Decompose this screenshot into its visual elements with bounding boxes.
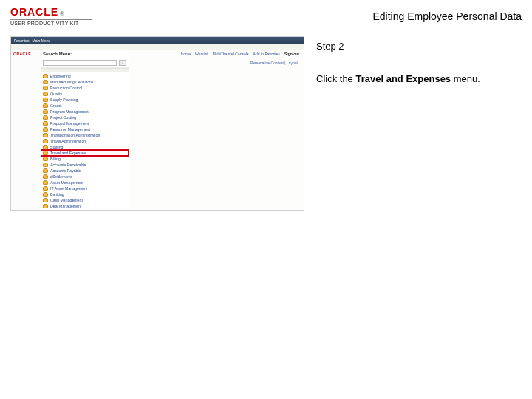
step-text-suffix: menu. [451, 73, 480, 84]
menu-item[interactable]: Production Control· [41, 85, 129, 91]
search-input[interactable] [43, 60, 117, 66]
folder-icon [43, 98, 48, 102]
menu-item[interactable]: Risk Management· [41, 209, 129, 210]
nav-menu: Engineering·Manufacturing Definitions·Pr… [41, 72, 129, 210]
menu-item[interactable]: Asset Management· [41, 180, 129, 185]
folder-icon [43, 122, 48, 126]
step-label: Step 2 [316, 41, 519, 52]
menu-item-label: Program Management [50, 109, 89, 114]
mini-logo: ORACLE [11, 50, 41, 210]
page-title: Editing Employee Personal Data [372, 10, 522, 22]
chevron-right-icon: · [126, 127, 126, 132]
chevron-right-icon: · [126, 92, 126, 96]
menu-item[interactable]: Proposal Management· [41, 120, 129, 126]
menu-item-label: Engineering [50, 74, 71, 78]
menu-item[interactable]: Manufacturing Definitions· [41, 79, 129, 85]
folder-icon [43, 175, 48, 179]
menu-item[interactable]: Quality· [41, 91, 129, 97]
search-row: Search Menu: [41, 50, 129, 58]
menu-item[interactable]: eSettlements· [41, 174, 129, 180]
menu-item[interactable]: Grants· [41, 103, 129, 109]
chevron-right-icon: · [126, 204, 126, 208]
brand-block: ORACLE ® USER PRODUCTIVITY KIT [10, 6, 92, 26]
chevron-right-icon: · [126, 121, 126, 126]
content-row: Favorites Main Menu ORACLE Search Menu: … [0, 29, 532, 211]
menu-item[interactable]: Deal Management· [41, 203, 129, 209]
brand-logo: ORACLE ® [10, 6, 92, 18]
folder-icon [43, 146, 48, 149]
topbar-favorites[interactable]: Favorites [14, 38, 30, 43]
screenshot-body: ORACLE Search Menu: › Engineering·Manufa… [11, 50, 304, 210]
folder-icon [43, 199, 48, 202]
folder-icon [43, 134, 48, 137]
chevron-right-icon: · [126, 168, 126, 173]
brand-subtitle: USER PRODUCTIVITY KIT [10, 19, 92, 26]
link-worklist[interactable]: Worklist [195, 52, 208, 56]
folder-icon [43, 140, 48, 143]
link-mcf[interactable]: MultiChannel Console [213, 52, 249, 56]
menu-item[interactable]: Resource Management· [41, 126, 129, 132]
menu-item[interactable]: Engineering· [41, 73, 129, 79]
menu-item[interactable]: IT Asset Management· [41, 185, 129, 191]
folder-icon [43, 193, 48, 197]
sidebar: Search Menu: › Engineering·Manufacturing… [41, 50, 129, 210]
menu-item-label: eSettlements [50, 174, 72, 179]
link-addfav[interactable]: Add to Favorites [253, 52, 280, 56]
chevron-right-icon: · [126, 198, 126, 202]
personalize-link[interactable]: Personalize Content | Layout [250, 61, 298, 65]
folder-icon [43, 187, 48, 191]
folder-icon [43, 205, 48, 208]
menu-item[interactable]: Transportation Administration· [41, 132, 129, 138]
chevron-right-icon: · [126, 80, 126, 84]
menu-item-label: Staffing [50, 145, 64, 149]
chevron-right-icon: · [126, 109, 126, 114]
menu-item-label: Travel and Expenses [50, 151, 86, 155]
menu-item[interactable]: Program Management· [41, 109, 129, 115]
folder-icon [43, 110, 48, 114]
chevron-right-icon: · [126, 139, 126, 143]
menu-item[interactable]: Cash Management· [41, 197, 129, 203]
topbar-mainmenu[interactable]: Main Menu [33, 38, 51, 43]
menu-item-label: Project Costing [50, 115, 76, 120]
chevron-right-icon: · [126, 98, 126, 102]
menu-item[interactable]: Staffing· [41, 144, 129, 150]
menu-item[interactable]: Banking· [41, 191, 129, 197]
chevron-right-icon: · [126, 133, 126, 137]
search-go-button[interactable]: › [119, 60, 126, 66]
folder-icon [43, 128, 48, 132]
menu-item[interactable]: Travel Administration· [41, 138, 129, 144]
menu-item-label: Grants [50, 103, 62, 108]
chevron-right-icon: · [126, 115, 126, 120]
link-home[interactable]: Home [181, 52, 191, 56]
folder-icon [43, 157, 48, 161]
header: ORACLE ® USER PRODUCTIVITY KIT Editing E… [0, 0, 532, 29]
folder-icon [43, 86, 48, 90]
step-text: Click the Travel and Expenses menu. [316, 72, 519, 86]
link-signout[interactable]: Sign out [284, 52, 299, 56]
menu-item-label: Transportation Administration [50, 133, 100, 137]
chevron-right-icon: · [126, 103, 126, 108]
app-screenshot: Favorites Main Menu ORACLE Search Menu: … [10, 36, 304, 211]
screenshot-topbar: Favorites Main Menu [11, 37, 304, 44]
chevron-right-icon: · [126, 180, 126, 185]
menu-item[interactable]: Accounts Receivable· [41, 162, 129, 168]
folder-icon [43, 116, 48, 120]
menu-item-label: Quality [50, 92, 62, 96]
chevron-right-icon: · [126, 157, 126, 161]
menu-item-label: Manufacturing Definitions [50, 80, 94, 84]
menu-item[interactable]: Billing· [41, 156, 129, 162]
folder-icon [43, 81, 48, 84]
menu-item-label: Billing [50, 157, 61, 161]
menu-item[interactable]: Project Costing· [41, 115, 129, 120]
menu-item[interactable]: Accounts Payable· [41, 168, 129, 174]
chevron-right-icon: · [126, 174, 126, 179]
menu-item-travel-and-expenses[interactable]: Travel and Expenses· [41, 150, 129, 156]
menu-item-label: Asset Management [50, 180, 83, 185]
folder-icon [43, 104, 48, 108]
menu-item[interactable]: Supply Planning· [41, 97, 129, 103]
chevron-right-icon: · [126, 163, 126, 167]
menu-item-label: Banking [50, 192, 64, 197]
menu-item-label: Production Control [50, 86, 82, 90]
search-label: Search Menu: [43, 52, 72, 56]
menu-item-label: Deal Management [50, 204, 81, 208]
